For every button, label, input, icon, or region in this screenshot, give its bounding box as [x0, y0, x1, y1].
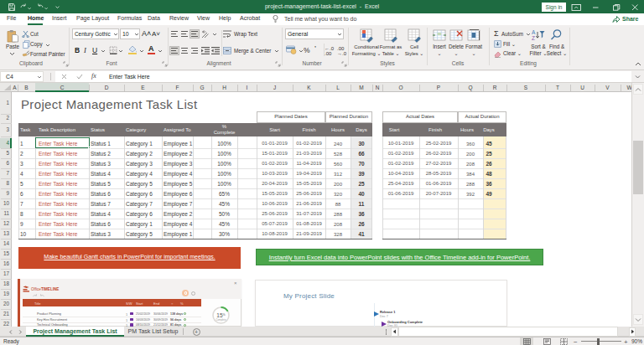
svg-text:Z: Z [532, 35, 535, 41]
svg-text:A: A [532, 29, 536, 35]
svg-text:Complete: Complete [216, 318, 226, 322]
